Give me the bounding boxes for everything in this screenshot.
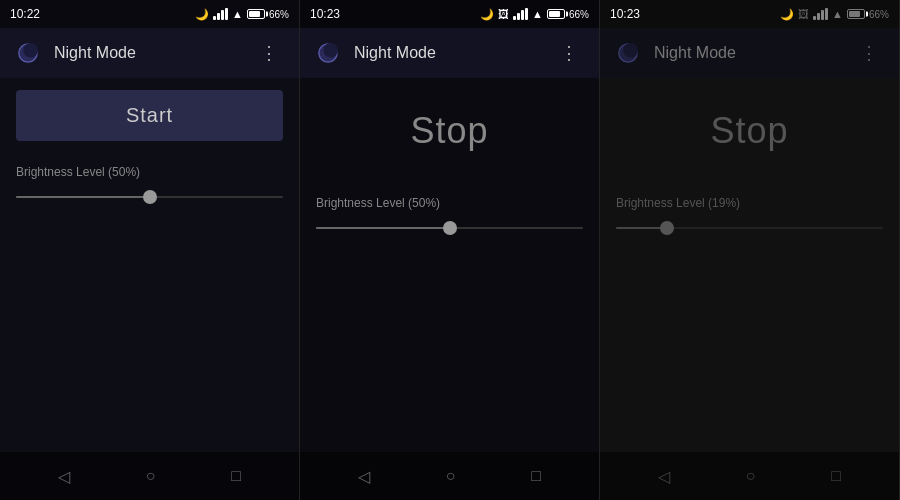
nav-bar-1: ◁ ○ □ [0, 452, 299, 500]
moon-status-icon-3: 🌙 [780, 8, 794, 21]
battery-text-2: 66% [569, 9, 589, 20]
overflow-menu-1[interactable]: ⋮ [252, 38, 287, 68]
status-icons-2: 🌙 🖼 ▲ 66% [480, 8, 589, 21]
image-status-icon-3: 🖼 [798, 8, 809, 20]
status-bar-2: 10:23 🌙 🖼 ▲ 66% [300, 0, 599, 28]
main-content-2: Stop Brightness Level (50%) [300, 78, 599, 452]
status-time-3: 10:23 [610, 7, 640, 21]
svg-point-5 [623, 43, 638, 58]
battery-icon-3 [847, 9, 865, 19]
app-title-1: Night Mode [54, 44, 252, 62]
battery-icon-2 [547, 9, 565, 19]
signal-icon-3 [813, 8, 828, 20]
brightness-label-3: Brightness Level (19%) [616, 196, 883, 210]
app-title-2: Night Mode [354, 44, 552, 62]
image-status-icon-2: 🖼 [498, 8, 509, 20]
overflow-menu-2[interactable]: ⋮ [552, 38, 587, 68]
brightness-label-1: Brightness Level (50%) [16, 165, 283, 179]
moon-app-icon-1 [17, 42, 39, 64]
recent-button-1[interactable]: □ [215, 459, 257, 493]
moon-status-icon-2: 🌙 [480, 8, 494, 21]
status-bar-1: 10:22 🌙 ▲ 66% [0, 0, 299, 28]
slider-thumb-2[interactable] [443, 221, 457, 235]
app-bar-3: Night Mode ⋮ [600, 28, 899, 78]
slider-track-2 [316, 227, 583, 229]
wifi-icon-1: ▲ [232, 8, 243, 20]
home-button-2[interactable]: ○ [430, 459, 472, 493]
brightness-slider-3[interactable] [616, 218, 883, 238]
brightness-label-2: Brightness Level (50%) [316, 196, 583, 210]
slider-track-3 [616, 227, 883, 229]
status-bar-3: 10:23 🌙 🖼 ▲ 66% [600, 0, 899, 28]
brightness-slider-1[interactable] [16, 187, 283, 207]
nav-bar-3: ◁ ○ □ [600, 452, 899, 500]
app-bar-1: Night Mode ⋮ [0, 28, 299, 78]
app-icon-3 [612, 37, 644, 69]
slider-fill-2 [316, 227, 450, 229]
wifi-icon-2: ▲ [532, 8, 543, 20]
slider-thumb-1[interactable] [143, 190, 157, 204]
home-button-3[interactable]: ○ [730, 459, 772, 493]
battery-text-3: 66% [869, 9, 889, 20]
main-content-3: Stop Brightness Level (19%) [600, 78, 899, 452]
app-icon-1 [12, 37, 44, 69]
back-button-1[interactable]: ◁ [42, 459, 86, 494]
signal-icon-2 [513, 8, 528, 20]
signal-icon-1 [213, 8, 228, 20]
back-button-2[interactable]: ◁ [342, 459, 386, 494]
phone-panel-1: 10:22 🌙 ▲ 66% [0, 0, 300, 500]
recent-button-3[interactable]: □ [815, 459, 857, 493]
start-stop-button-3[interactable]: Stop [616, 90, 883, 172]
app-bar-2: Night Mode ⋮ [300, 28, 599, 78]
svg-point-3 [323, 43, 338, 58]
brightness-section-1: Brightness Level (50%) [16, 165, 283, 207]
start-stop-button-1[interactable]: Start [16, 90, 283, 141]
moon-status-icon-1: 🌙 [195, 8, 209, 21]
app-title-3: Night Mode [654, 44, 852, 62]
slider-thumb-3[interactable] [660, 221, 674, 235]
brightness-slider-2[interactable] [316, 218, 583, 238]
slider-track-1 [16, 196, 283, 198]
moon-app-icon-3 [617, 42, 639, 64]
home-button-1[interactable]: ○ [130, 459, 172, 493]
start-stop-button-2[interactable]: Stop [316, 90, 583, 172]
status-icons-3: 🌙 🖼 ▲ 66% [780, 8, 889, 21]
battery-text-1: 66% [269, 9, 289, 20]
status-time-2: 10:23 [310, 7, 340, 21]
status-icons-1: 🌙 ▲ 66% [195, 8, 289, 21]
brightness-section-3: Brightness Level (19%) [616, 196, 883, 238]
back-button-3[interactable]: ◁ [642, 459, 686, 494]
main-content-1: Start Brightness Level (50%) [0, 78, 299, 452]
app-icon-2 [312, 37, 344, 69]
phone-panel-2: 10:23 🌙 🖼 ▲ 66% Night Mode ⋮ [300, 0, 600, 500]
slider-fill-1 [16, 196, 150, 198]
battery-icon-1 [247, 9, 265, 19]
wifi-icon-3: ▲ [832, 8, 843, 20]
phone-panel-3: 10:23 🌙 🖼 ▲ 66% Night Mode ⋮ [600, 0, 900, 500]
svg-point-1 [23, 43, 38, 58]
brightness-section-2: Brightness Level (50%) [316, 196, 583, 238]
nav-bar-2: ◁ ○ □ [300, 452, 599, 500]
moon-app-icon-2 [317, 42, 339, 64]
recent-button-2[interactable]: □ [515, 459, 557, 493]
overflow-menu-3[interactable]: ⋮ [852, 38, 887, 68]
status-time-1: 10:22 [10, 7, 40, 21]
